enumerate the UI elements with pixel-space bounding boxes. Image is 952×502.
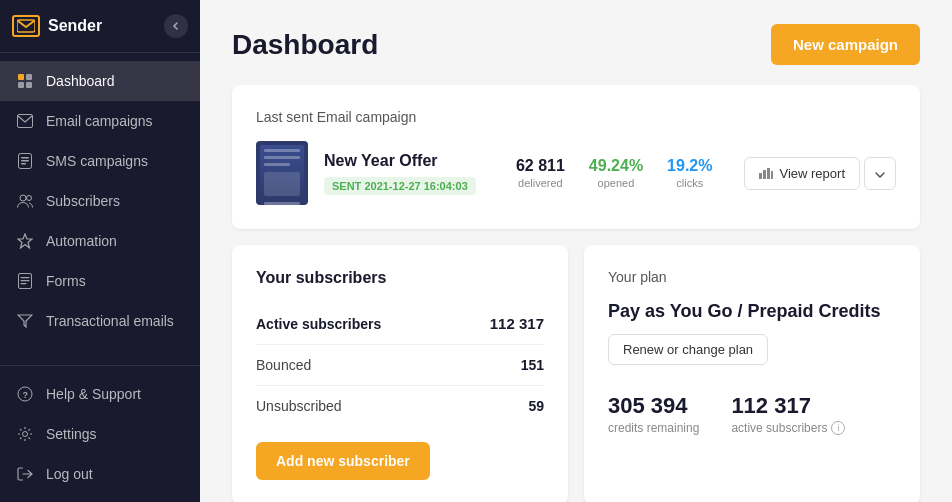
sidebar: Sender Dashboard — [0, 0, 200, 502]
svg-rect-2 — [18, 74, 24, 80]
sidebar-item-subscribers[interactable]: Subscribers — [0, 181, 200, 221]
sidebar-logo: Sender — [12, 15, 102, 37]
sidebar-item-forms-label: Forms — [46, 273, 86, 289]
opened-label: opened — [589, 177, 643, 189]
svg-rect-23 — [771, 171, 773, 179]
svg-rect-6 — [18, 115, 33, 128]
plan-name: Pay as You Go / Prepaid Credits — [608, 301, 896, 322]
sidebar-item-transactional-emails[interactable]: Transactional emails — [0, 301, 200, 341]
view-report-label: View report — [779, 166, 845, 181]
sidebar-item-dashboard[interactable]: Dashboard — [0, 61, 200, 101]
unsubscribed-label: Unsubscribed — [256, 398, 342, 414]
sidebar-footer: ? Help & Support Settings Lo — [0, 365, 200, 502]
svg-rect-10 — [21, 163, 26, 165]
unsubscribed-value: 59 — [528, 398, 544, 414]
logo-icon — [12, 15, 40, 37]
bounced-value: 151 — [521, 357, 544, 373]
main-header: Dashboard New campaign — [200, 0, 952, 85]
subscribers-icon — [16, 192, 34, 210]
clicks-value: 19.2% — [667, 157, 712, 175]
campaign-row: New Year Offer SENT 2021-12-27 16:04:03 … — [256, 141, 896, 205]
svg-rect-3 — [26, 74, 32, 80]
bounced-row: Bounced 151 — [256, 345, 544, 386]
chevron-down-icon — [875, 172, 885, 178]
svg-rect-20 — [759, 173, 762, 179]
clicks-stat: 19.2% clicks — [667, 157, 712, 189]
help-support-icon: ? — [16, 385, 34, 403]
svg-rect-22 — [767, 168, 770, 179]
plan-card: Your plan Pay as You Go / Prepaid Credit… — [584, 245, 920, 502]
delivered-stat: 62 811 delivered — [516, 157, 565, 189]
plan-subscribers-value: 112 317 — [731, 393, 845, 419]
sidebar-item-help-support-label: Help & Support — [46, 386, 141, 402]
sidebar-collapse-button[interactable] — [164, 14, 188, 38]
email-campaigns-icon — [16, 112, 34, 130]
credits-stat: 305 394 credits remaining — [608, 393, 699, 435]
delivered-value: 62 811 — [516, 157, 565, 175]
svg-point-19 — [23, 432, 28, 437]
active-subscribers-label: Active subscribers — [256, 316, 381, 332]
svg-rect-8 — [21, 157, 29, 159]
sidebar-item-logout[interactable]: Log out — [0, 454, 200, 494]
bounced-label: Bounced — [256, 357, 311, 373]
plan-stats: 305 394 credits remaining 112 317 active… — [608, 393, 896, 435]
campaign-dropdown-button[interactable] — [864, 157, 896, 190]
sidebar-item-dashboard-label: Dashboard — [46, 73, 115, 89]
your-plan-label: Your plan — [608, 269, 896, 285]
subscribers-card: Your subscribers Active subscribers 112 … — [232, 245, 568, 502]
svg-rect-4 — [18, 82, 24, 88]
settings-icon — [16, 425, 34, 443]
unsubscribed-row: Unsubscribed 59 — [256, 386, 544, 426]
opened-stat: 49.24% opened — [589, 157, 643, 189]
logout-icon — [16, 465, 34, 483]
plan-subscribers-stat: 112 317 active subscribers i — [731, 393, 845, 435]
dashboard-icon — [16, 72, 34, 90]
active-subscribers-row: Active subscribers 112 317 — [256, 303, 544, 345]
automation-icon — [16, 232, 34, 250]
svg-rect-15 — [21, 280, 30, 281]
sidebar-nav: Dashboard Email campaigns SM — [0, 53, 200, 365]
svg-rect-9 — [21, 160, 29, 162]
sidebar-item-forms[interactable]: Forms — [0, 261, 200, 301]
sidebar-item-settings[interactable]: Settings — [0, 414, 200, 454]
sidebar-item-logout-label: Log out — [46, 466, 93, 482]
view-report-button[interactable]: View report — [744, 157, 860, 190]
main-content-area: Dashboard New campaign Last sent Email c… — [200, 0, 952, 502]
svg-rect-16 — [21, 283, 27, 284]
svg-text:?: ? — [23, 390, 29, 400]
sidebar-item-transactional-emails-label: Transactional emails — [46, 313, 174, 329]
campaign-thumbnail — [256, 141, 308, 205]
sms-campaigns-icon — [16, 152, 34, 170]
campaign-actions: View report — [744, 157, 896, 190]
active-subscribers-value: 112 317 — [490, 315, 544, 332]
campaign-stats: 62 811 delivered 49.24% opened 19.2% cli… — [516, 157, 713, 189]
sidebar-item-help-support[interactable]: ? Help & Support — [0, 374, 200, 414]
sidebar-header: Sender — [0, 0, 200, 53]
campaign-thumb-inner — [260, 145, 304, 201]
new-campaign-button[interactable]: New campaign — [771, 24, 920, 65]
sidebar-item-email-campaigns[interactable]: Email campaigns — [0, 101, 200, 141]
svg-point-11 — [20, 195, 26, 201]
add-new-subscriber-button[interactable]: Add new subscriber — [256, 442, 430, 480]
credits-label: credits remaining — [608, 421, 699, 435]
bottom-row: Your subscribers Active subscribers 112 … — [232, 245, 920, 502]
campaign-info: New Year Offer SENT 2021-12-27 16:04:03 — [324, 152, 500, 195]
renew-plan-button[interactable]: Renew or change plan — [608, 334, 768, 365]
clicks-label: clicks — [667, 177, 712, 189]
forms-icon — [16, 272, 34, 290]
sidebar-item-sms-campaigns[interactable]: SMS campaigns — [0, 141, 200, 181]
logo-text: Sender — [48, 17, 102, 35]
sidebar-item-automation[interactable]: Automation — [0, 221, 200, 261]
svg-point-12 — [27, 196, 32, 201]
sidebar-item-sms-campaigns-label: SMS campaigns — [46, 153, 148, 169]
campaign-name: New Year Offer — [324, 152, 500, 170]
last-campaign-label: Last sent Email campaign — [256, 109, 896, 125]
svg-rect-5 — [26, 82, 32, 88]
sidebar-item-email-campaigns-label: Email campaigns — [46, 113, 153, 129]
sidebar-item-automation-label: Automation — [46, 233, 117, 249]
svg-rect-14 — [21, 277, 30, 278]
subscribers-card-title: Your subscribers — [256, 269, 544, 287]
svg-rect-21 — [763, 170, 766, 179]
last-campaign-card: Last sent Email campaign New Year Offer … — [232, 85, 920, 229]
info-icon[interactable]: i — [831, 421, 845, 435]
